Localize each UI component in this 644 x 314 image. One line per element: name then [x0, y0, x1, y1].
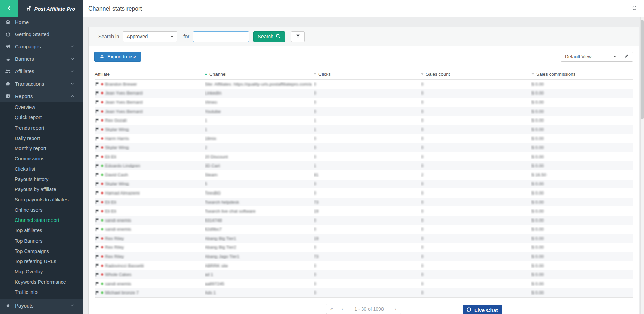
table-row[interactable]: Rex Gozali110$ 0.00	[95, 116, 633, 125]
pagination-first-button[interactable]: «	[326, 304, 337, 314]
affiliate-cell: Rex Gozali	[95, 118, 205, 123]
table-row[interactable]: Brandon BrewerSite: Affiliates: https://…	[95, 80, 633, 89]
table-body: Brandon BrewerSite: Affiliates: https://…	[95, 80, 633, 298]
table-row[interactable]: Jean Yves BernardYoutube00$ 0.00	[95, 107, 633, 116]
submenu-item-clicks-list[interactable]: Clicks list	[0, 164, 83, 174]
column-header-sales-commissions[interactable]: Sales commissions	[531, 72, 633, 77]
submenu-item-overview[interactable]: Overview	[0, 102, 83, 112]
affiliate-cell: sandi enemis	[95, 227, 205, 232]
affiliate-cell: Hamad Almazemi	[95, 190, 205, 196]
sidebar-item-reports[interactable]: Reports	[0, 90, 83, 102]
submenu-item-top-affiliates[interactable]: Top affiliates	[0, 225, 83, 235]
table-row[interactable]: Eli EliTsearch live chat software190$ 0.…	[95, 206, 633, 216]
toolbar-row: Export to csv Default View	[94, 52, 633, 62]
table-row[interactable]: sandi enemisaa89724500$ 0.00	[95, 279, 633, 288]
status-dot	[101, 210, 103, 212]
affiliate-cell: Eli Eli	[95, 200, 205, 205]
channel-cell: aa897245	[205, 281, 314, 286]
table-row[interactable]: Jean Yves BernardLinkedIn00$ 0.00	[95, 89, 633, 98]
edit-view-button[interactable]	[620, 52, 633, 61]
search-button[interactable]: Search	[253, 31, 285, 42]
collapse-sidebar-button[interactable]	[0, 0, 18, 17]
pagination-previous-button[interactable]: ‹	[337, 304, 348, 314]
sidebar-item-campaigns[interactable]: Campaigns	[0, 40, 83, 53]
table-row[interactable]: Rex RileyAbang Big Tier200$ 0.00	[95, 243, 633, 252]
clicks-cell: 0	[314, 272, 421, 277]
sidebar-item-home[interactable]: Home	[0, 16, 83, 28]
submenu-item-sum-payouts-to-affiliates[interactable]: Sum payouts to affiliates	[0, 195, 83, 205]
table-row[interactable]: sandi enemis631474800$ 0.00	[95, 216, 633, 225]
clicks-cell: 1	[314, 118, 421, 123]
column-header-sales-count[interactable]: Sales count	[421, 72, 531, 77]
sidebar-item-transactions[interactable]: Transactions	[0, 77, 83, 90]
channel-cell: Tsearch live chat software	[205, 209, 314, 214]
scrollbar-thumb[interactable]	[641, 20, 644, 119]
sort-icon	[531, 73, 534, 75]
table-row[interactable]: Harm Harris18mix00$ 0.00	[95, 134, 633, 143]
submenu-item-keywords-performance[interactable]: Keywords Performance	[0, 277, 83, 287]
sidebar-item-affiliates[interactable]: Affiliates	[0, 65, 83, 77]
submenu-item-monthly-report[interactable]: Monthly report	[0, 143, 83, 154]
submenu-item-quick-report[interactable]: Quick report	[0, 112, 83, 123]
table-row[interactable]: Whole Cakesad 100$ 0.00	[95, 270, 633, 279]
submenu-item-top-referring-urls[interactable]: Top referring URLs	[0, 256, 83, 267]
affiliate-name: Eli Eli	[105, 209, 116, 214]
submenu-item-payouts-history[interactable]: Payouts history	[0, 174, 83, 184]
submenu-item-trends-report[interactable]: Trends report	[0, 123, 83, 133]
clicks-cell-value: 0	[314, 181, 316, 186]
sidebar-item-banners[interactable]: Banners	[0, 53, 83, 65]
view-select[interactable]: Default View	[561, 52, 620, 61]
table-row[interactable]: Skylar Wing110$ 0.00	[95, 125, 633, 134]
sidebar-item-getting-started[interactable]: Getting Started	[0, 28, 83, 40]
column-header-channel[interactable]: Channel	[205, 72, 314, 77]
submenu-item-channel-stats-report[interactable]: Channel stats report	[0, 215, 83, 225]
flag-icon	[95, 273, 99, 277]
submenu-item-top-campaigns[interactable]: Top Campaigns	[0, 246, 83, 256]
commission-cell-value: $ 0.00	[531, 90, 544, 96]
search-scope-select[interactable]: Approved	[123, 31, 177, 42]
table-row[interactable]: Eli Eli20 Discount00$ 0.00	[95, 152, 633, 161]
clicks-cell-value: 1	[314, 127, 316, 132]
table-row[interactable]: sandi enemis62d9bc700$ 0.00	[95, 225, 633, 234]
table-row[interactable]: Michael bronze 7Ads 100$ 0.00	[95, 288, 633, 298]
channel-cell-value: Tsearch live chat software	[205, 209, 256, 214]
live-chat-button[interactable]: Live Chat	[463, 305, 502, 314]
table-row[interactable]: Jean Yves BernardVimeo00$ 0.00	[95, 98, 633, 107]
table-row[interactable]: Radovincci BassettiABRRK site00$ 0.00	[95, 261, 633, 270]
table-row[interactable]: Skylar Wing500$ 0.00	[95, 180, 633, 189]
column-header-affiliate[interactable]: Affiliate	[95, 72, 205, 77]
vertical-scrollbar[interactable]	[640, 17, 644, 314]
pagination-next-button[interactable]: ›	[390, 304, 401, 314]
status-dot	[101, 283, 103, 285]
sidebar-menu: HomeGetting StartedCampaignsBannersAffil…	[0, 16, 83, 312]
search-in-label: Search in	[98, 34, 119, 39]
submenu-item-daily-report[interactable]: Daily report	[0, 133, 83, 143]
search-input[interactable]	[193, 31, 249, 42]
status-dot	[101, 92, 103, 94]
column-header-clicks[interactable]: Clicks	[314, 72, 421, 77]
sidebar-item-payouts[interactable]: Payouts	[0, 299, 83, 312]
commission-cell-value: $ 0.00	[531, 163, 544, 168]
app-logo[interactable]: Post Affiliate Pro	[18, 0, 83, 17]
submenu-item-top-banners[interactable]: Top Banners	[0, 236, 83, 246]
submenu-item-payouts-by-affiliate[interactable]: Payouts by affiliate	[0, 184, 83, 195]
table-row[interactable]: Rex RileyAbang Jago Tier1730$ 0.00	[95, 252, 633, 261]
export-csv-button[interactable]: Export to csv	[94, 52, 141, 62]
submenu-item-map-overlay[interactable]: Map Overlay	[0, 267, 83, 277]
affiliate-cell: Michael bronze 7	[95, 290, 205, 295]
submenu-item-traffic-info[interactable]: Traffic info	[0, 287, 83, 297]
flag-icon	[95, 236, 99, 240]
table-row[interactable]: Rex RileyAbang Big Tier1190$ 0.00	[95, 234, 633, 243]
sales-count-cell: 0	[421, 281, 531, 286]
submenu-item-online-users[interactable]: Online users	[0, 205, 83, 215]
table-row[interactable]: Edoardo Lindgren3D Cart10$ 0.00	[95, 161, 633, 170]
commission-cell-value: $ 0.00	[531, 136, 544, 141]
refresh-button[interactable]	[632, 5, 637, 12]
table-row[interactable]: Eli EliTsearch helpdesk730$ 0.00	[95, 198, 633, 207]
table-row[interactable]: Hamad AlmazemiTiresBG00$ 0.00	[95, 188, 633, 198]
table-row[interactable]: Skylar Wing200$ 0.00	[95, 143, 633, 152]
table-row[interactable]: David CashSteam812$ 16.50	[95, 170, 633, 180]
filter-button[interactable]	[291, 31, 305, 42]
channel-cell-value: Abang Big Tier1	[205, 236, 236, 241]
submenu-item-commissions[interactable]: Commissions	[0, 154, 83, 164]
